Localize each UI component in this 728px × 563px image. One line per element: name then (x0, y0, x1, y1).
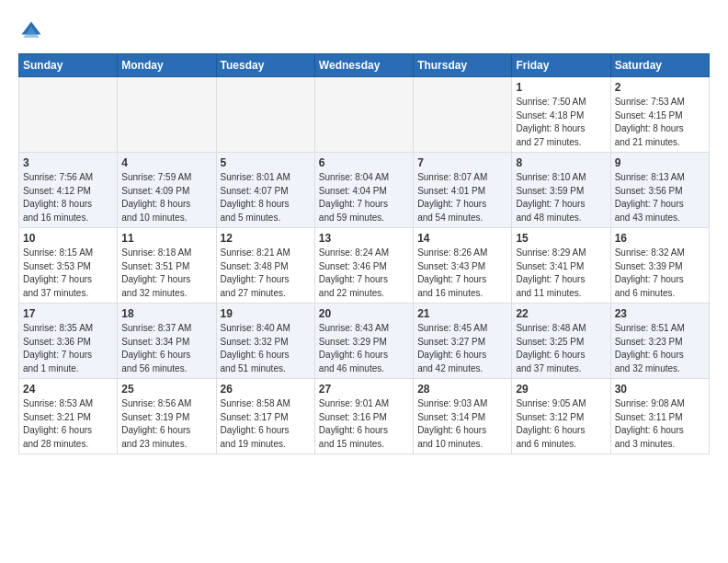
day-number: 14 (417, 232, 507, 245)
day-info: Sunrise: 8:58 AM Sunset: 3:17 PM Dayligh… (221, 397, 311, 451)
page: SundayMondayTuesdayWednesdayThursdayFrid… (0, 0, 728, 464)
calendar-cell (118, 77, 216, 153)
day-info: Sunrise: 8:10 AM Sunset: 3:59 PM Dayligh… (516, 171, 606, 224)
calendar-cell: 28Sunrise: 9:03 AM Sunset: 3:14 PM Dayli… (414, 379, 512, 454)
day-number: 2 (615, 81, 705, 94)
day-info: Sunrise: 8:18 AM Sunset: 3:51 PM Dayligh… (121, 247, 211, 300)
day-info: Sunrise: 8:45 AM Sunset: 3:27 PM Dayligh… (417, 322, 507, 375)
calendar-cell: 29Sunrise: 9:05 AM Sunset: 3:12 PM Dayli… (512, 379, 610, 454)
day-info: Sunrise: 9:01 AM Sunset: 3:16 PM Dayligh… (319, 397, 409, 451)
calendar-header-row: SundayMondayTuesdayWednesdayThursdayFrid… (19, 54, 710, 77)
day-info: Sunrise: 8:26 AM Sunset: 3:43 PM Dayligh… (417, 247, 507, 300)
day-number: 26 (221, 383, 311, 396)
calendar-cell: 12Sunrise: 8:21 AM Sunset: 3:48 PM Dayli… (216, 228, 314, 304)
calendar-cell: 25Sunrise: 8:56 AM Sunset: 3:19 PM Dayli… (118, 379, 216, 454)
day-info: Sunrise: 8:21 AM Sunset: 3:48 PM Dayligh… (221, 247, 311, 300)
day-number: 23 (615, 307, 705, 320)
day-info: Sunrise: 8:15 AM Sunset: 3:53 PM Dayligh… (23, 247, 113, 300)
calendar-cell: 27Sunrise: 9:01 AM Sunset: 3:16 PM Dayli… (314, 379, 413, 454)
day-info: Sunrise: 8:07 AM Sunset: 4:01 PM Dayligh… (417, 171, 507, 224)
day-number: 22 (516, 307, 606, 320)
calendar-cell: 1Sunrise: 7:50 AM Sunset: 4:18 PM Daylig… (512, 77, 610, 153)
calendar-cell: 21Sunrise: 8:45 AM Sunset: 3:27 PM Dayli… (414, 304, 512, 379)
day-number: 18 (121, 307, 211, 320)
day-info: Sunrise: 8:37 AM Sunset: 3:34 PM Dayligh… (121, 322, 211, 375)
day-number: 24 (23, 383, 113, 396)
calendar-header-sunday: Sunday (19, 54, 118, 77)
calendar-cell: 22Sunrise: 8:48 AM Sunset: 3:25 PM Dayli… (512, 304, 610, 379)
calendar-cell (414, 77, 512, 153)
day-number: 4 (121, 156, 211, 169)
calendar-cell: 13Sunrise: 8:24 AM Sunset: 3:46 PM Dayli… (314, 228, 413, 304)
day-number: 15 (516, 232, 606, 245)
day-number: 30 (615, 383, 705, 396)
day-info: Sunrise: 8:40 AM Sunset: 3:32 PM Dayligh… (221, 322, 311, 375)
calendar-cell: 8Sunrise: 8:10 AM Sunset: 3:59 PM Daylig… (512, 153, 610, 228)
calendar-cell: 9Sunrise: 8:13 AM Sunset: 3:56 PM Daylig… (610, 153, 709, 228)
calendar-cell: 6Sunrise: 8:04 AM Sunset: 4:04 PM Daylig… (314, 153, 413, 228)
day-number: 10 (23, 232, 113, 245)
day-info: Sunrise: 7:50 AM Sunset: 4:18 PM Dayligh… (516, 96, 606, 149)
day-info: Sunrise: 9:05 AM Sunset: 3:12 PM Dayligh… (516, 397, 606, 451)
calendar-week-row: 10Sunrise: 8:15 AM Sunset: 3:53 PM Dayli… (19, 228, 710, 304)
day-number: 20 (319, 307, 409, 320)
calendar-week-row: 1Sunrise: 7:50 AM Sunset: 4:18 PM Daylig… (19, 77, 710, 153)
calendar-header-wednesday: Wednesday (314, 54, 413, 77)
day-info: Sunrise: 7:53 AM Sunset: 4:15 PM Dayligh… (615, 96, 705, 149)
calendar-header-thursday: Thursday (414, 54, 512, 77)
calendar-cell: 18Sunrise: 8:37 AM Sunset: 3:34 PM Dayli… (118, 304, 216, 379)
calendar-week-row: 24Sunrise: 8:53 AM Sunset: 3:21 PM Dayli… (19, 379, 710, 454)
calendar-cell: 30Sunrise: 9:08 AM Sunset: 3:11 PM Dayli… (610, 379, 709, 454)
day-info: Sunrise: 8:13 AM Sunset: 3:56 PM Dayligh… (615, 171, 705, 224)
calendar-cell: 3Sunrise: 7:56 AM Sunset: 4:12 PM Daylig… (19, 153, 118, 228)
calendar-cell: 5Sunrise: 8:01 AM Sunset: 4:07 PM Daylig… (216, 153, 314, 228)
day-info: Sunrise: 8:53 AM Sunset: 3:21 PM Dayligh… (23, 397, 113, 451)
day-number: 16 (615, 232, 705, 245)
day-info: Sunrise: 8:01 AM Sunset: 4:07 PM Dayligh… (221, 171, 311, 224)
day-info: Sunrise: 8:35 AM Sunset: 3:36 PM Dayligh… (23, 322, 113, 375)
day-info: Sunrise: 8:32 AM Sunset: 3:39 PM Dayligh… (615, 247, 705, 300)
calendar: SundayMondayTuesdayWednesdayThursdayFrid… (18, 53, 710, 454)
calendar-week-row: 17Sunrise: 8:35 AM Sunset: 3:36 PM Dayli… (19, 304, 710, 379)
day-info: Sunrise: 8:29 AM Sunset: 3:41 PM Dayligh… (516, 247, 606, 300)
calendar-cell: 23Sunrise: 8:51 AM Sunset: 3:23 PM Dayli… (610, 304, 709, 379)
day-info: Sunrise: 7:59 AM Sunset: 4:09 PM Dayligh… (121, 171, 211, 224)
day-number: 27 (319, 383, 409, 396)
calendar-cell: 10Sunrise: 8:15 AM Sunset: 3:53 PM Dayli… (19, 228, 118, 304)
calendar-cell: 11Sunrise: 8:18 AM Sunset: 3:51 PM Dayli… (118, 228, 216, 304)
day-number: 17 (23, 307, 113, 320)
calendar-cell: 16Sunrise: 8:32 AM Sunset: 3:39 PM Dayli… (610, 228, 709, 304)
day-number: 12 (221, 232, 311, 245)
day-number: 1 (516, 81, 606, 94)
day-info: Sunrise: 8:51 AM Sunset: 3:23 PM Dayligh… (615, 322, 705, 375)
calendar-cell: 20Sunrise: 8:43 AM Sunset: 3:29 PM Dayli… (314, 304, 413, 379)
day-info: Sunrise: 8:24 AM Sunset: 3:46 PM Dayligh… (319, 247, 409, 300)
day-number: 7 (417, 156, 507, 169)
calendar-header-tuesday: Tuesday (216, 54, 314, 77)
calendar-cell: 26Sunrise: 8:58 AM Sunset: 3:17 PM Dayli… (216, 379, 314, 454)
day-number: 5 (221, 156, 311, 169)
header (18, 15, 710, 44)
day-info: Sunrise: 9:03 AM Sunset: 3:14 PM Dayligh… (417, 397, 507, 451)
day-number: 25 (121, 383, 211, 396)
day-number: 21 (417, 307, 507, 320)
day-number: 8 (516, 156, 606, 169)
day-info: Sunrise: 8:56 AM Sunset: 3:19 PM Dayligh… (121, 397, 211, 451)
day-info: Sunrise: 7:56 AM Sunset: 4:12 PM Dayligh… (23, 171, 113, 224)
day-number: 3 (23, 156, 113, 169)
calendar-cell (19, 77, 118, 153)
calendar-header-monday: Monday (118, 54, 216, 77)
calendar-header-saturday: Saturday (610, 54, 709, 77)
calendar-cell: 24Sunrise: 8:53 AM Sunset: 3:21 PM Dayli… (19, 379, 118, 454)
day-number: 11 (121, 232, 211, 245)
calendar-cell: 2Sunrise: 7:53 AM Sunset: 4:15 PM Daylig… (610, 77, 709, 153)
day-number: 29 (516, 383, 606, 396)
calendar-cell (314, 77, 413, 153)
day-info: Sunrise: 9:08 AM Sunset: 3:11 PM Dayligh… (615, 397, 705, 451)
day-number: 6 (319, 156, 409, 169)
calendar-cell (216, 77, 314, 153)
day-number: 13 (319, 232, 409, 245)
calendar-cell: 15Sunrise: 8:29 AM Sunset: 3:41 PM Dayli… (512, 228, 610, 304)
logo (18, 18, 48, 44)
calendar-cell: 19Sunrise: 8:40 AM Sunset: 3:32 PM Dayli… (216, 304, 314, 379)
